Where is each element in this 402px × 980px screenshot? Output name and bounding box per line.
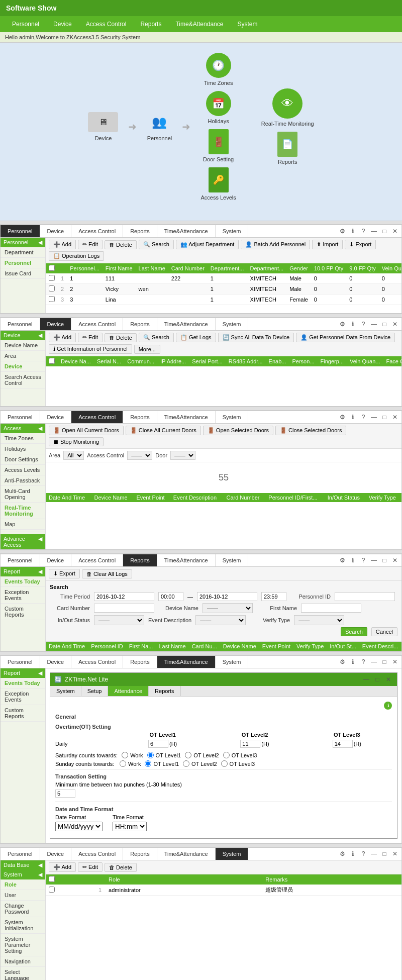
open-all-doors-button[interactable]: 🚪 Open All Current Doors [49,426,124,435]
ta-subnav-ta[interactable]: Time&Attendance [157,656,216,668]
close-icon[interactable]: ✕ [390,657,399,666]
sys-subnav-access[interactable]: Access Control [71,848,123,860]
dev-getinfo-button[interactable]: ℹ Get Information of Personnel [49,344,132,354]
minimize-icon[interactable]: — [369,413,378,422]
door-select[interactable]: —— [170,451,195,460]
sys-subnav-ta[interactable]: Time&Attendance [157,848,216,860]
rep-subnav-device[interactable]: Device [40,554,72,566]
date-format-select[interactable]: MM/dd/yyyy [55,822,103,831]
restore-icon[interactable]: □ [380,320,389,329]
minimize-icon[interactable]: — [369,227,378,236]
sidebar-device-item[interactable]: Device [1,361,45,372]
event-desc-select[interactable]: —— [195,615,246,625]
rep-subnav-access[interactable]: Access Control [71,554,123,566]
rep-subnav-reports[interactable]: Reports [123,554,157,566]
sys-subnav-system[interactable]: System [216,848,249,860]
minimize-icon[interactable]: — [369,320,378,329]
sidebar-db-title[interactable]: Data Base ◀ [1,860,45,870]
dev-select-all[interactable] [49,358,55,364]
rep-clear-button[interactable]: 🗑 Clear All Logs [82,569,132,578]
search-submit-button[interactable]: Search [341,627,367,636]
time-to-time[interactable] [261,592,286,601]
rep-subnav-ta[interactable]: Time&Attendance [157,554,216,566]
sidebar-personnel-item[interactable]: Personnel [1,258,45,268]
restore-icon[interactable]: □ [380,413,389,422]
gear-icon[interactable]: ⚙ [338,413,347,422]
ta-info-icon[interactable]: ℹ [384,702,392,710]
ac-subnav-personnel[interactable]: Personnel [1,411,40,423]
dev-subnav-personnel[interactable]: Personnel [1,318,40,330]
row-check[interactable] [49,285,55,291]
ta-subnav-personnel[interactable]: Personnel [1,656,40,668]
sat-work-radio[interactable] [122,752,128,758]
sidebar-personnel-title[interactable]: Personnel ◀ [1,238,45,247]
close-icon[interactable]: ✕ [390,320,399,329]
dev-more-button[interactable]: More... [134,345,160,354]
sys-delete-button[interactable]: 🗑 Delete [105,863,137,872]
info-icon[interactable]: ℹ [348,556,357,565]
gear-icon[interactable]: ⚙ [338,556,347,565]
nav-time-attendance[interactable]: Time&Attendance [168,18,230,31]
dev-add-button[interactable]: ➕ Add [49,333,76,342]
search-cancel-button[interactable]: Cancel [371,627,397,636]
subnav-access-control[interactable]: Access Control [71,225,123,237]
restore-icon[interactable]: □ [380,849,389,858]
sidebar-access-levels[interactable]: Access Levels [1,465,45,475]
ot-daily-l1-input[interactable] [148,740,168,748]
ac-subnav-reports[interactable]: Reports [123,411,157,423]
rep-subnav-system[interactable]: System [216,554,249,566]
time-to-date[interactable] [197,592,257,601]
dev-getlogs-button[interactable]: 📋 Get Logs [176,333,216,342]
help-icon[interactable]: ? [359,227,368,236]
subnav-personnel[interactable]: Personnel [1,225,40,237]
edit-button[interactable]: ✏ Edit [78,240,103,249]
import-button[interactable]: ⬆ Import [312,240,343,249]
sidebar-door-settings[interactable]: Door Settings [1,454,45,465]
search-button[interactable]: 🔍 Search [139,240,174,249]
dev-getpersonnel-button[interactable]: 👤 Get Personnel Data From Device [296,333,395,342]
sat-ot1-radio[interactable] [147,752,154,758]
nav-device[interactable]: Device [46,18,79,31]
ta-subnav-reports[interactable]: Reports [123,656,157,668]
time-from-time[interactable] [158,592,183,601]
rep-export-button[interactable]: ⬇ Export [49,569,80,578]
dev-sync-button[interactable]: 🔄 Sync All Data To Device [218,333,294,342]
ac-select[interactable]: —— [127,451,152,460]
ta-popup-nav-attendance[interactable]: Attendance [108,686,149,696]
time-from-date[interactable] [94,592,154,601]
sidebar-sys-init[interactable]: System Initialization [1,917,45,934]
subnav-reports[interactable]: Reports [123,225,157,237]
close-icon[interactable]: ✕ [390,413,399,422]
area-select[interactable]: All [63,451,84,460]
sys-subnav-personnel[interactable]: Personnel [1,848,40,860]
subnav-time-attendance[interactable]: Time&Attendance [157,225,216,237]
adjust-dept-button[interactable]: 👥 Adjust Department [176,240,239,249]
ta-restore-icon[interactable]: □ [373,675,382,684]
select-all-check[interactable] [49,265,55,271]
sidebar-timezones[interactable]: Time Zones [1,433,45,444]
info-icon[interactable]: ℹ [348,849,357,858]
sidebar-change-password[interactable]: Change Password [1,901,45,917]
help-icon[interactable]: ? [359,556,368,565]
sidebar-ta-report-title[interactable]: Report ◀ [1,668,45,678]
minimize-icon[interactable]: — [369,556,378,565]
sys-select-all[interactable] [49,876,55,882]
dev-search-button[interactable]: 🔍 Search [139,333,174,342]
inout-select[interactable]: —— [94,615,144,625]
sidebar-report-title[interactable]: Report ◀ [1,567,45,576]
nav-access-control[interactable]: Access Control [79,18,134,31]
sidebar-role[interactable]: Role [1,879,45,890]
sidebar-user[interactable]: User [1,890,45,901]
close-selected-button[interactable]: 🚪 Close Selected Doors [275,426,346,435]
sys-row-check[interactable] [49,887,55,893]
add-button[interactable]: ➕ Add [49,240,76,249]
ta-minimize-icon[interactable]: — [362,675,371,684]
ac-subnav-system[interactable]: System [216,411,249,423]
delete-button[interactable]: 🗑 Delete [105,240,137,249]
sidebar-multicard[interactable]: Multi-Card Opening [1,486,45,503]
ac-subnav-access[interactable]: Access Control [71,411,123,423]
ta-sidebar-events-today[interactable]: Events Today [1,678,45,689]
sidebar-exception-events[interactable]: Exception Events [1,587,45,604]
minimize-icon[interactable]: — [369,849,378,858]
sidebar-sys-param[interactable]: System Parameter Setting [1,934,45,956]
